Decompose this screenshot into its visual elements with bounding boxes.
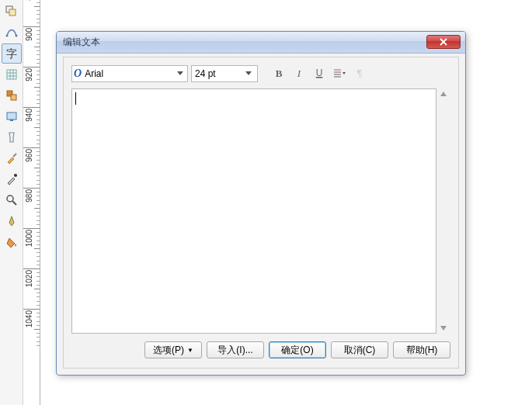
tool-brush[interactable] [2, 148, 22, 168]
tool-pen[interactable] [2, 211, 22, 231]
options-label: 选项(P) [153, 344, 184, 357]
import-button[interactable]: 导入(I)... [207, 341, 264, 358]
svg-text:¶: ¶ [357, 68, 363, 79]
text-caret [75, 92, 76, 105]
text-editor-wrap [71, 88, 450, 334]
tool-paste-into[interactable] [2, 2, 22, 22]
svg-rect-13 [10, 119, 13, 121]
ruler-tick-label: 960 [25, 149, 33, 162]
svg-rect-11 [11, 95, 16, 100]
scroll-down-icon[interactable] [438, 323, 449, 334]
chevron-down-icon [243, 67, 254, 81]
font-size-combo[interactable]: 24 pt [191, 65, 258, 82]
pilcrow-button: ¶ [351, 65, 368, 82]
cancel-button[interactable]: 取消(C) [331, 341, 388, 358]
svg-text:U: U [316, 68, 323, 78]
font-family-combo[interactable]: O Arial [71, 65, 188, 82]
align-button[interactable] [331, 65, 348, 82]
text-editor[interactable] [71, 88, 436, 334]
italic-button[interactable]: I [290, 65, 308, 82]
tool-bezier[interactable] [2, 22, 22, 43]
underline-button[interactable]: U [311, 65, 328, 82]
vertical-ruler: 880900920940960980100010201040 [23, 0, 40, 405]
ruler-tick-label: 900 [25, 28, 33, 41]
ruler-tick-label: 1020 [25, 270, 33, 287]
svg-text:字: 字 [6, 48, 17, 60]
tool-zoom[interactable] [2, 190, 22, 210]
help-button[interactable]: 帮助(H) [393, 341, 450, 358]
ruler-tick-label: 980 [25, 189, 33, 202]
svg-point-16 [7, 196, 13, 202]
ruler-tick-label: 920 [25, 68, 33, 81]
font-family-value: Arial [85, 68, 175, 79]
tool-fill[interactable] [2, 232, 22, 252]
edit-text-dialog: 编辑文本 O Arial 24 pt B I U ¶ [56, 31, 466, 376]
svg-rect-1 [9, 9, 16, 16]
svg-point-15 [14, 174, 17, 177]
tool-grid[interactable] [2, 64, 22, 85]
chevron-down-icon [175, 67, 186, 81]
bold-button[interactable]: B [270, 65, 287, 82]
svg-rect-12 [7, 112, 16, 119]
svg-text:I: I [297, 68, 301, 79]
svg-line-14 [13, 154, 16, 157]
dialog-title: 编辑文本 [63, 36, 100, 49]
ruler-tick-label: 1040 [25, 310, 33, 327]
tool-glass[interactable] [2, 127, 22, 147]
ok-button[interactable]: 确定(O) [269, 341, 326, 358]
dialog-button-row: 选项(P)▼ 导入(I)... 确定(O) 取消(C) 帮助(H) [71, 341, 450, 358]
font-preview-icon: O [74, 68, 82, 80]
tool-text[interactable]: 字 [2, 43, 22, 64]
scroll-up-icon[interactable] [438, 88, 449, 99]
svg-text:B: B [276, 68, 283, 79]
options-button[interactable]: 选项(P)▼ [144, 341, 202, 358]
dialog-titlebar[interactable]: 编辑文本 [57, 32, 465, 54]
close-button[interactable] [426, 35, 461, 49]
tool-color-picker[interactable] [2, 169, 22, 189]
tool-swap[interactable] [2, 85, 22, 106]
svg-rect-5 [7, 70, 16, 79]
ruler-tick-label: 1000 [25, 230, 33, 247]
toolbox-panel: 字 [0, 0, 23, 405]
text-scrollbar[interactable] [438, 88, 450, 334]
text-format-toolbar: O Arial 24 pt B I U ¶ [71, 65, 450, 82]
ruler-tick-label: 880 [25, 0, 33, 1]
ruler-tick-label: 940 [25, 109, 33, 122]
dialog-body: O Arial 24 pt B I U ¶ 选项(P)▼ 导入(I) [63, 57, 459, 369]
font-size-value: 24 pt [195, 68, 243, 79]
svg-line-17 [12, 201, 16, 205]
svg-point-2 [5, 35, 8, 37]
svg-point-3 [15, 35, 17, 37]
chevron-down-icon: ▼ [187, 347, 193, 354]
tool-screen[interactable] [2, 106, 22, 126]
